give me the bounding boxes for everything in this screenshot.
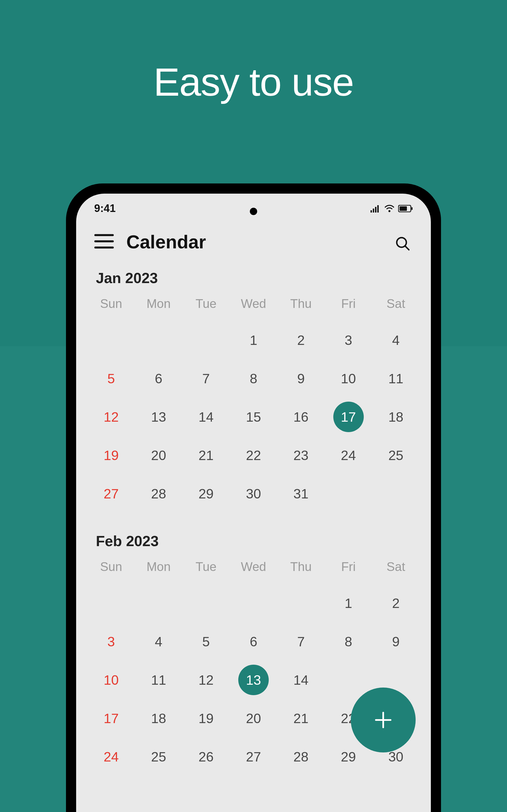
- day-cell[interactable]: 24: [325, 436, 372, 474]
- day-cell[interactable]: 10: [325, 359, 372, 398]
- weekday-label: Thu: [277, 297, 325, 311]
- search-icon[interactable]: [395, 236, 410, 253]
- day-number: 29: [199, 486, 214, 502]
- svg-rect-6: [400, 206, 407, 211]
- day-cell[interactable]: 2: [372, 584, 419, 622]
- day-number: 23: [293, 448, 308, 463]
- day-cell[interactable]: 17: [88, 699, 135, 738]
- day-cell[interactable]: 23: [277, 436, 325, 474]
- day-number: 17: [104, 711, 118, 726]
- day-cell[interactable]: 13: [230, 661, 277, 699]
- day-cell[interactable]: 1: [230, 321, 277, 359]
- day-cell[interactable]: 9: [372, 622, 419, 661]
- day-number: 4: [155, 634, 162, 649]
- day-cell[interactable]: 15: [230, 398, 277, 436]
- day-cell[interactable]: 27: [230, 738, 277, 776]
- month-block: Jan 2023SunMonTueWedThuFriSat12345678910…: [88, 264, 419, 513]
- day-number: 28: [293, 749, 308, 765]
- weekday-label: Tue: [182, 560, 230, 574]
- day-cell[interactable]: 12: [88, 398, 135, 436]
- day-cell[interactable]: 6: [230, 622, 277, 661]
- day-number: 17: [333, 402, 364, 432]
- battery-icon: [398, 205, 413, 212]
- day-number: 21: [293, 711, 308, 726]
- day-cell[interactable]: 3: [88, 622, 135, 661]
- day-cell[interactable]: 5: [88, 359, 135, 398]
- day-cell[interactable]: 12: [182, 661, 230, 699]
- day-cell[interactable]: 8: [230, 359, 277, 398]
- menu-icon[interactable]: [94, 234, 114, 250]
- day-cell[interactable]: 25: [372, 436, 419, 474]
- day-cell[interactable]: 26: [182, 738, 230, 776]
- day-cell[interactable]: 21: [182, 436, 230, 474]
- day-cell[interactable]: 25: [135, 738, 182, 776]
- day-cell: [325, 474, 372, 513]
- day-cell[interactable]: 29: [182, 474, 230, 513]
- day-cell[interactable]: 4: [372, 321, 419, 359]
- day-cell[interactable]: 18: [372, 398, 419, 436]
- day-cell[interactable]: 7: [277, 622, 325, 661]
- day-number: 2: [297, 333, 305, 348]
- day-cell[interactable]: 6: [135, 359, 182, 398]
- day-cell: [182, 321, 230, 359]
- day-cell: [372, 474, 419, 513]
- day-cell[interactable]: 5: [182, 622, 230, 661]
- day-cell[interactable]: 13: [135, 398, 182, 436]
- day-number: 31: [293, 486, 308, 502]
- day-cell[interactable]: 11: [135, 661, 182, 699]
- day-cell[interactable]: 7: [182, 359, 230, 398]
- day-number: 8: [250, 371, 258, 387]
- day-cell[interactable]: 16: [277, 398, 325, 436]
- day-cell[interactable]: 31: [277, 474, 325, 513]
- day-cell[interactable]: 14: [277, 661, 325, 699]
- weekday-label: Sun: [88, 560, 135, 574]
- app-bar: Calendar: [76, 223, 431, 258]
- day-cell[interactable]: 21: [277, 699, 325, 738]
- day-number: 26: [199, 749, 214, 765]
- day-cell[interactable]: 24: [88, 738, 135, 776]
- day-cell[interactable]: 1: [325, 584, 372, 622]
- svg-rect-7: [411, 207, 412, 210]
- phone-frame: 9:41 Calendar Jan 2023SunM: [66, 184, 441, 812]
- day-number: 24: [104, 749, 118, 765]
- day-number: 1: [345, 596, 352, 611]
- day-number: 7: [297, 634, 305, 649]
- day-cell[interactable]: 3: [325, 321, 372, 359]
- month-title: Feb 2023: [88, 527, 419, 560]
- add-event-button[interactable]: [351, 688, 416, 753]
- day-cell[interactable]: 9: [277, 359, 325, 398]
- day-cell[interactable]: 4: [135, 622, 182, 661]
- day-cell[interactable]: 22: [230, 436, 277, 474]
- svg-rect-1: [373, 209, 374, 212]
- day-cell[interactable]: 27: [88, 474, 135, 513]
- day-number: 13: [238, 665, 269, 695]
- day-cell: [135, 584, 182, 622]
- day-number: 25: [151, 749, 166, 765]
- day-cell[interactable]: 11: [372, 359, 419, 398]
- day-cell[interactable]: 28: [277, 738, 325, 776]
- day-cell[interactable]: 20: [135, 436, 182, 474]
- day-number: 5: [202, 634, 210, 649]
- weekday-label: Wed: [230, 560, 277, 574]
- week-row: 12: [88, 584, 419, 622]
- weekday-row: SunMonTueWedThuFriSat: [88, 297, 419, 311]
- day-cell[interactable]: 8: [325, 622, 372, 661]
- day-cell[interactable]: 17: [325, 398, 372, 436]
- svg-rect-3: [377, 205, 379, 212]
- day-cell[interactable]: 20: [230, 699, 277, 738]
- day-cell[interactable]: 18: [135, 699, 182, 738]
- week-row: 3456789: [88, 622, 419, 661]
- day-number: 20: [151, 448, 166, 463]
- weekday-label: Mon: [135, 560, 182, 574]
- day-cell[interactable]: 14: [182, 398, 230, 436]
- day-number: 14: [293, 672, 308, 688]
- day-cell[interactable]: 19: [88, 436, 135, 474]
- day-cell[interactable]: 19: [182, 699, 230, 738]
- day-cell[interactable]: 10: [88, 661, 135, 699]
- weekday-label: Thu: [277, 560, 325, 574]
- svg-rect-0: [371, 210, 372, 212]
- day-cell[interactable]: 30: [230, 474, 277, 513]
- day-cell[interactable]: 28: [135, 474, 182, 513]
- app-title: Calendar: [126, 231, 206, 253]
- day-cell[interactable]: 2: [277, 321, 325, 359]
